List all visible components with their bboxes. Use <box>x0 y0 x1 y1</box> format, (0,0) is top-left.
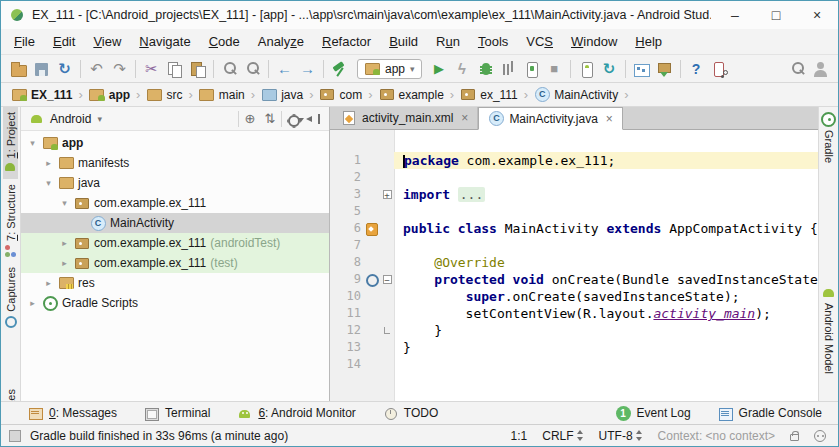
code-text[interactable]: import ... <box>394 186 818 203</box>
close-button[interactable]: × <box>800 2 834 28</box>
tree-item-manifests[interactable]: ▸manifests <box>21 153 329 173</box>
tool-window-button-gradle-console[interactable]: Gradle Console <box>718 406 822 421</box>
search-icon[interactable] <box>786 58 809 80</box>
code-text[interactable] <box>394 169 818 186</box>
code-text[interactable]: setContentView(R.layout.activity_main); <box>394 305 818 322</box>
help-icon[interactable]: ? <box>685 58 708 80</box>
menu-item-vcs[interactable]: VCS <box>517 31 562 52</box>
tool-stripe-favorites-partial[interactable]: tes <box>4 384 18 401</box>
code-text[interactable] <box>394 237 818 254</box>
breadcrumb-item-app[interactable]: app <box>87 86 132 103</box>
context-widget[interactable]: Context: <no context> <box>658 429 775 443</box>
attach-icon[interactable] <box>520 58 543 80</box>
devmon-icon[interactable] <box>630 58 653 80</box>
code-text[interactable]: } <box>394 339 818 356</box>
breadcrumb-item-java[interactable]: java <box>259 86 305 103</box>
breadcrumb-item-src[interactable]: src <box>144 86 184 103</box>
apply-icon[interactable]: ϟ <box>451 58 474 80</box>
sdk-icon[interactable] <box>653 58 676 80</box>
close-icon[interactable]: × <box>461 111 468 125</box>
breadcrumb-item-main[interactable]: main <box>197 86 247 103</box>
tree-item-res[interactable]: ▸res <box>21 273 329 293</box>
code-text[interactable]: @Override <box>394 254 818 271</box>
tree-expand-arrow[interactable]: ▸ <box>59 238 70 248</box>
menu-item-edit[interactable]: Edit <box>44 31 84 52</box>
run-config-dropdown[interactable]: app▾ <box>357 59 422 79</box>
tree-expand-arrow[interactable]: ▾ <box>43 178 54 188</box>
tool-stripe-structure[interactable]: 7: Structure <box>3 179 18 262</box>
breadcrumb-item-example[interactable]: example <box>377 86 446 103</box>
menu-item-help[interactable]: Help <box>626 31 671 52</box>
menu-item-refactor[interactable]: Refactor <box>313 31 380 52</box>
menu-item-analyze[interactable]: Analyze <box>249 31 313 52</box>
copy-icon[interactable] <box>163 58 186 80</box>
sync-icon[interactable]: ↻ <box>53 58 76 80</box>
tree-item-mainactivity[interactable]: MainActivity <box>21 213 329 233</box>
tool-stripe-project[interactable]: 1: Project <box>3 107 18 179</box>
breadcrumb-item-com[interactable]: com <box>317 86 364 103</box>
layout-gutter-icon[interactable] <box>364 220 380 237</box>
encoding-widget[interactable]: UTF-8 <box>599 429 643 443</box>
tree-item-com-example-ex-111-test[interactable]: ▸com.example.ex_111 (test) <box>21 253 329 273</box>
tree-expand-arrow[interactable]: ▾ <box>59 198 70 208</box>
paste-icon[interactable] <box>186 58 209 80</box>
code-text[interactable] <box>394 356 818 373</box>
cut-icon[interactable]: ✂ <box>140 58 163 80</box>
breadcrumb-item-mainactivity[interactable]: MainActivity <box>532 86 620 103</box>
menu-item-run[interactable]: Run <box>427 31 469 52</box>
undo-icon[interactable]: ↶ <box>85 58 108 80</box>
editor-tab-activity-main-xml[interactable]: activity_main.xml× <box>332 107 478 129</box>
tree-expand-arrow[interactable]: ▸ <box>27 298 38 308</box>
override-gutter-icon[interactable] <box>364 271 380 288</box>
maximize-button[interactable]: □ <box>759 2 793 28</box>
forward-icon[interactable]: → <box>296 58 319 80</box>
gradle-sync-icon[interactable]: ↻ <box>598 58 621 80</box>
menu-item-navigate[interactable]: Navigate <box>130 31 199 52</box>
avatar-icon[interactable] <box>809 58 832 80</box>
tool-stripe-captures[interactable]: Captures <box>3 262 18 333</box>
project-view-selector[interactable]: Android ▾ <box>28 111 232 126</box>
avd-icon[interactable] <box>575 58 598 80</box>
tool-stripe-android-model[interactable]: Android Model <box>820 280 838 379</box>
code-text[interactable] <box>394 203 818 220</box>
folded-region[interactable]: ... <box>458 187 485 202</box>
code-text[interactable]: } <box>394 322 818 339</box>
tool-window-button-event-log[interactable]: 1Event Log <box>616 406 691 421</box>
menu-item-tools[interactable]: Tools <box>469 31 517 52</box>
debug-icon[interactable] <box>474 58 497 80</box>
hammer-icon[interactable] <box>328 58 351 80</box>
hide-icon[interactable] <box>304 109 322 129</box>
code-text[interactable]: protected void onCreate(Bundle savedInst… <box>394 271 818 288</box>
background-task-icon[interactable] <box>9 430 21 442</box>
menu-item-build[interactable]: Build <box>380 31 427 52</box>
fold-minus-icon[interactable]: − <box>383 275 392 284</box>
devlink-icon[interactable] <box>708 58 731 80</box>
replace-icon[interactable] <box>241 58 264 80</box>
editor-tab-mainactivity-java[interactable]: MainActivity.java× <box>478 107 623 130</box>
breadcrumb-item-ex-111[interactable]: EX_111 <box>9 86 74 103</box>
locate-icon[interactable]: ⊕ <box>241 109 259 129</box>
redo-icon[interactable]: ↷ <box>108 58 131 80</box>
run-icon[interactable]: ▶ <box>428 58 451 80</box>
open-icon[interactable] <box>7 58 30 80</box>
menu-item-file[interactable]: File <box>5 31 44 52</box>
fold-marker[interactable]: − <box>380 271 394 288</box>
fold-plus-icon[interactable]: + <box>383 190 392 199</box>
menu-item-code[interactable]: Code <box>200 31 249 52</box>
code-text[interactable]: public class MainActivity extends AppCom… <box>394 220 818 237</box>
fold-marker[interactable]: + <box>380 186 394 203</box>
minimize-button[interactable]: – <box>718 2 752 28</box>
profile-icon[interactable] <box>497 58 520 80</box>
tree-expand-arrow[interactable]: ▸ <box>59 258 70 268</box>
breadcrumb-item-ex-111[interactable]: ex_111 <box>458 86 520 103</box>
menu-item-window[interactable]: Window <box>562 31 626 52</box>
tool-window-button-messages[interactable]: 0: Messages <box>28 406 117 421</box>
save-icon[interactable] <box>30 58 53 80</box>
line-ending-widget[interactable]: CRLF <box>542 429 583 443</box>
tree-expand-arrow[interactable]: ▸ <box>43 278 54 288</box>
settings-icon[interactable] <box>284 109 302 129</box>
tree-expand-arrow[interactable]: ▾ <box>27 138 38 148</box>
tree-expand-arrow[interactable]: ▸ <box>43 158 54 168</box>
tool-stripe-gradle[interactable]: Gradle <box>820 107 838 168</box>
inspections-profile-icon[interactable] <box>814 430 826 442</box>
